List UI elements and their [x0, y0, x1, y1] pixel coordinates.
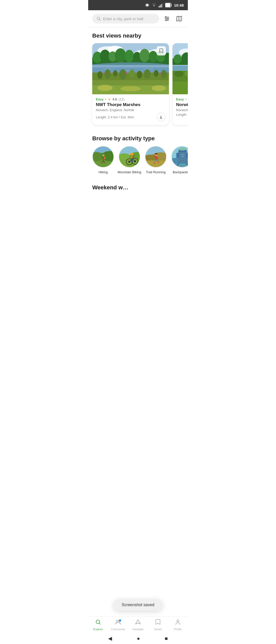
- svg-point-16: [165, 17, 167, 18]
- svg-point-36: [149, 51, 157, 62]
- mountain-biking-label: Mountain Biking: [118, 170, 141, 174]
- best-views-section: Best views nearby: [88, 27, 188, 39]
- filter-button[interactable]: [162, 14, 171, 23]
- svg-point-30: [100, 50, 110, 62]
- map-icon: [176, 15, 182, 22]
- browse-activity-title: Browse by activity type: [92, 135, 184, 142]
- backpacking-circle: [171, 146, 188, 168]
- svg-point-35: [140, 49, 150, 62]
- status-icons: 10:48: [144, 2, 184, 8]
- svg-point-127: [157, 162, 159, 163]
- svg-point-120: [155, 153, 157, 155]
- wifi-icon: [151, 2, 157, 8]
- vibrate-icon: [144, 2, 150, 8]
- svg-point-99: [130, 153, 134, 155]
- svg-point-32: [115, 48, 126, 63]
- filter-sliders-icon: [164, 16, 170, 22]
- map-button[interactable]: [175, 14, 184, 23]
- svg-rect-135: [186, 153, 188, 158]
- svg-rect-6: [161, 4, 162, 7]
- svg-marker-19: [177, 16, 182, 21]
- mountain-biking-image: [119, 146, 140, 168]
- weekend-title: Weekend w: [92, 184, 123, 191]
- trail-location-norwich: Norwich, E: [176, 108, 188, 112]
- status-bar: 10:48: [88, 0, 188, 10]
- trail-cards-scroll[interactable]: Easy • ★ 4.6 (12) NWT Thorpe Marshes Nor…: [88, 43, 188, 130]
- trail-length-thorpe: Length: 2.4 km • Est. 30m: [96, 115, 134, 119]
- bookmark-icon: [159, 48, 164, 53]
- trail-length-norwich: Length: 7.4: [176, 113, 188, 117]
- download-button-thorpe[interactable]: [157, 113, 165, 121]
- svg-rect-3: [148, 4, 149, 6]
- svg-point-50: [137, 71, 142, 78]
- trail-card-image-norwich: [172, 43, 188, 94]
- download-icon: [159, 115, 163, 119]
- hiking-image: [93, 146, 114, 168]
- activity-item-trail-running[interactable]: Trail Running: [145, 146, 167, 174]
- activity-item-hiking[interactable]: Hiking: [92, 146, 114, 174]
- trail-rating-thorpe: 4.6: [112, 97, 117, 101]
- svg-rect-138: [181, 156, 184, 157]
- status-time: 10:48: [174, 3, 184, 7]
- svg-point-48: [119, 69, 126, 79]
- svg-rect-7: [162, 3, 163, 8]
- backpacking-image: [172, 146, 188, 168]
- svg-rect-75: [172, 66, 188, 71]
- svg-point-63: [152, 85, 166, 91]
- hiking-label: Hiking: [98, 170, 108, 174]
- trail-card-info-norwich: Easy • ★ 4 Norwich Norwich, E Length: 7.…: [172, 94, 188, 120]
- svg-point-56: [126, 72, 128, 74]
- svg-point-33: [125, 50, 134, 62]
- svg-rect-92: [104, 157, 106, 159]
- battery-icon: [165, 2, 172, 8]
- trail-running-label: Trail Running: [146, 170, 166, 174]
- trail-length-row-thorpe: Length: 2.4 km • Est. 30m: [96, 113, 165, 121]
- svg-point-57: [143, 72, 144, 74]
- trail-name-thorpe: NWT Thorpe Marshes: [96, 102, 165, 107]
- backpacking-label: Backpacking: [173, 170, 188, 174]
- mountain-biking-circle: [119, 146, 140, 168]
- svg-point-51: [144, 69, 151, 78]
- svg-point-18: [166, 20, 167, 21]
- search-bar: Enter a city, park or trail: [88, 10, 188, 27]
- browse-activity-section: Browse by activity type: [88, 130, 188, 142]
- svg-rect-137: [181, 154, 184, 155]
- trail-meta-norwich: Easy • ★ 4: [176, 97, 188, 101]
- svg-point-53: [161, 70, 167, 78]
- activity-item-backpacking[interactable]: Backpacking: [171, 146, 188, 174]
- trail-meta-thorpe: Easy • ★ 4.6 (12): [96, 97, 165, 101]
- search-input-wrap[interactable]: Enter a city, park or trail: [92, 14, 159, 24]
- activity-item-mountain-biking[interactable]: Mountain Biking: [119, 146, 140, 174]
- trail-name-norwich: Norwich: [176, 102, 188, 107]
- svg-point-54: [103, 72, 105, 74]
- svg-rect-10: [171, 4, 172, 6]
- svg-point-126: [153, 163, 155, 164]
- trail-running-image: [145, 146, 167, 168]
- svg-point-77: [174, 71, 183, 77]
- hiking-circle: [92, 146, 114, 168]
- svg-rect-134: [176, 153, 179, 158]
- svg-rect-9: [166, 3, 170, 7]
- svg-point-55: [111, 72, 112, 73]
- search-icon: [96, 16, 101, 21]
- svg-point-61: [97, 85, 113, 91]
- svg-point-62: [120, 86, 141, 91]
- best-views-title: Best views nearby: [92, 32, 184, 39]
- trail-card-thorpe[interactable]: Easy • ★ 4.6 (12) NWT Thorpe Marshes Nor…: [92, 43, 169, 125]
- weekend-section: Weekend w…: [88, 180, 188, 193]
- signal-icon: [158, 2, 164, 8]
- bookmark-button-thorpe[interactable]: [157, 46, 166, 55]
- trail-difficulty-norwich: Easy: [176, 97, 184, 101]
- svg-point-58: [159, 73, 161, 75]
- svg-rect-118: [145, 160, 167, 168]
- svg-rect-2: [145, 4, 146, 6]
- trail-card-norwich[interactable]: Easy • ★ 4 Norwich Norwich, E Length: 7.…: [172, 43, 188, 125]
- activity-type-scroll[interactable]: Hiking: [88, 146, 188, 180]
- svg-line-12: [99, 19, 101, 21]
- svg-rect-5: [160, 5, 160, 7]
- trail-reviews-thorpe: (12): [119, 97, 124, 101]
- trail-location-thorpe: Norwich, England, Norfolk: [96, 108, 165, 112]
- svg-rect-1: [146, 4, 148, 6]
- svg-rect-79: [172, 82, 188, 94]
- trail-card-image-thorpe: [92, 43, 169, 94]
